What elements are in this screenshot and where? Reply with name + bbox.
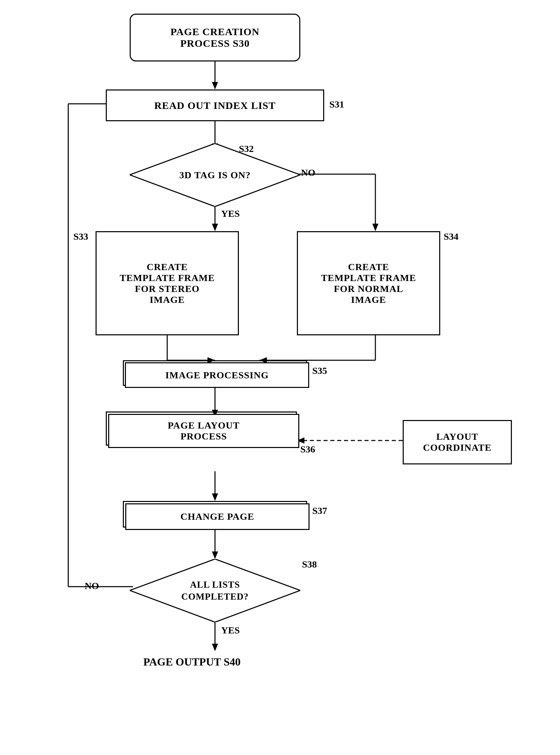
- s38-diamond: ALL LISTS COMPLETED?: [130, 559, 300, 622]
- s36-ref: S36: [300, 444, 315, 455]
- s37-label: CHANGE PAGE: [181, 511, 255, 522]
- s34-box: CREATE TEMPLATE FRAME FOR NORMAL IMAGE: [297, 231, 440, 335]
- s37-wrap: CHANGE PAGE: [123, 501, 307, 528]
- s35-label: IMAGE PROCESSING: [165, 370, 269, 381]
- svg-marker-20: [212, 493, 218, 501]
- svg-marker-24: [212, 644, 218, 651]
- s32-ref: S32: [239, 143, 254, 154]
- s33-ref: S33: [73, 231, 88, 242]
- start-label: PAGE CREATION PROCESS S30: [170, 26, 259, 49]
- flowchart: PAGE CREATION PROCESS S30 READ OUT INDEX…: [0, 0, 560, 755]
- s35-ref: S35: [312, 365, 327, 376]
- s31-label: READ OUT INDEX LIST: [154, 100, 276, 111]
- s31-ref: S31: [329, 99, 344, 110]
- svg-marker-8: [372, 224, 378, 231]
- s36-label: PAGE LAYOUT PROCESS: [168, 420, 240, 442]
- svg-marker-5: [212, 224, 218, 231]
- s33-box: CREATE TEMPLATE FRAME FOR STEREO IMAGE: [96, 231, 239, 335]
- s34-label: CREATE TEMPLATE FRAME FOR NORMAL IMAGE: [321, 262, 416, 305]
- layout-coord-box: LAYOUT COORDINATE: [403, 420, 512, 464]
- s33-label: CREATE TEMPLATE FRAME FOR STEREO IMAGE: [120, 262, 215, 305]
- s36-wrap: PAGE LAYOUT PROCESS: [106, 411, 297, 446]
- yes-label: YES: [221, 208, 240, 219]
- no2-label: NO: [85, 581, 99, 591]
- no-label: NO: [301, 167, 315, 178]
- s31-box: READ OUT INDEX LIST: [106, 89, 324, 121]
- layout-coord-label: LAYOUT COORDINATE: [423, 431, 492, 453]
- s32-diamond: 3D TAG IS ON?: [130, 143, 300, 207]
- svg-marker-1: [212, 82, 218, 89]
- svg-marker-22: [212, 551, 218, 559]
- yes2-label: YES: [221, 625, 240, 636]
- svg-marker-30: [130, 559, 300, 622]
- svg-marker-29: [130, 143, 300, 207]
- s35-wrap: IMAGE PROCESSING: [123, 360, 307, 386]
- s38-ref: S38: [302, 559, 317, 570]
- end-label: PAGE OUTPUT S40: [143, 656, 241, 668]
- start-box: PAGE CREATION PROCESS S30: [130, 14, 300, 61]
- s34-ref: S34: [444, 231, 459, 242]
- s37-ref: S37: [312, 505, 327, 516]
